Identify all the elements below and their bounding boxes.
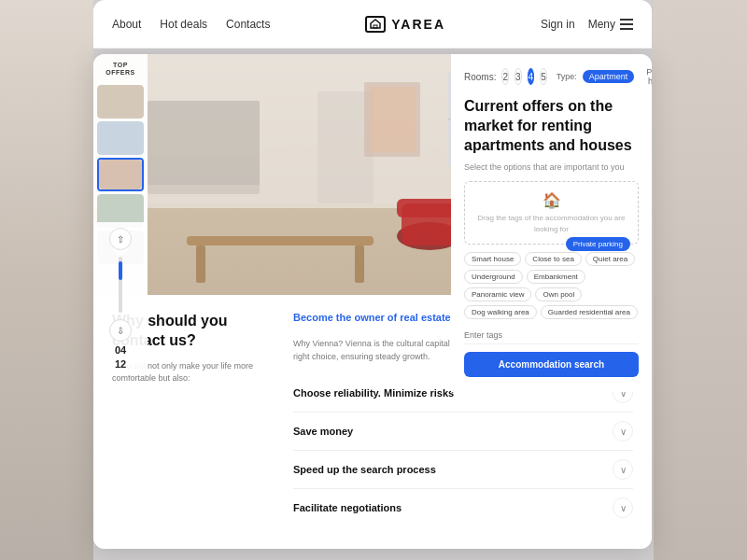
- accordion-chevron-save-money: ∨: [613, 421, 633, 441]
- room-num-3[interactable]: 3: [514, 68, 522, 85]
- tag-guarded-residential-area[interactable]: Guarded residential area: [541, 305, 638, 319]
- logo: YAREA: [270, 16, 541, 33]
- tag-input[interactable]: [464, 327, 639, 344]
- slider-up-btn[interactable]: ⇧: [109, 228, 132, 250]
- navbar-right: Sign in Meny: [541, 18, 633, 31]
- accordion-item-facilitate[interactable]: Facilitate negotiations∨: [293, 489, 633, 526]
- svg-rect-4: [148, 157, 260, 194]
- drop-zone-icon: 🏠: [472, 191, 630, 209]
- panel-title: Current offers on the market for renting…: [464, 97, 639, 155]
- logo-text: YAREA: [391, 17, 445, 32]
- tag-embankment[interactable]: Embankment: [527, 270, 585, 284]
- accordion-label-facilitate: Facilitate negotiations: [293, 502, 402, 513]
- nav-contacts[interactable]: Contacts: [226, 18, 270, 31]
- accordion-item-speed-up[interactable]: Speed up the search process∨: [293, 451, 633, 489]
- slider-down-btn[interactable]: ⇩: [109, 319, 132, 342]
- room-num-4[interactable]: 4: [528, 68, 535, 85]
- slider-track: [119, 257, 122, 313]
- tag-own-pool[interactable]: Own pool: [535, 287, 582, 301]
- accordion-item-save-money[interactable]: Save money∨: [293, 413, 633, 451]
- tag-dog-walking-area[interactable]: Dog walking area: [464, 305, 537, 319]
- room-num-2[interactable]: 2: [501, 68, 509, 85]
- tag-panoramic-view[interactable]: Panoramic view: [464, 287, 531, 301]
- slider-thumb: [119, 261, 122, 280]
- meny-label: Meny: [588, 18, 615, 31]
- main-card: TOPOFFERS ▶ ⇧ ⇩ 04 12 Rooms: 2 3 4 5 Typ…: [93, 54, 652, 549]
- bg-right: [654, 0, 747, 560]
- nav-links: About Hot deals Contacts: [112, 18, 270, 31]
- tags-grid: Smart houseClose to seaQuiet areaUndergr…: [464, 252, 639, 319]
- navbar: About Hot deals Contacts YAREA Sign in M…: [93, 0, 652, 49]
- accordion-chevron-facilitate: ∨: [613, 497, 633, 518]
- offer-thumb-1[interactable]: [97, 121, 144, 155]
- room-num-5[interactable]: 5: [540, 68, 547, 85]
- nav-about[interactable]: About: [112, 18, 141, 31]
- panel-subtitle: Select the options that are important to…: [464, 162, 639, 172]
- slider-top-number: 04: [115, 344, 126, 356]
- bg-left: [0, 0, 93, 560]
- top-offers-label: TOPOFFERS: [97, 62, 144, 77]
- rooms-row: Rooms: 2 3 4 5 Type: Apartment Private h…: [464, 65, 639, 88]
- rooms-label: Rooms:: [464, 72, 496, 82]
- offer-thumb-0[interactable]: [97, 85, 144, 119]
- meny-button[interactable]: Meny: [588, 18, 633, 31]
- type-house-btn[interactable]: Private house: [640, 65, 652, 88]
- svg-rect-0: [374, 25, 377, 28]
- tag-quiet-area[interactable]: Quiet area: [585, 252, 635, 266]
- private-parking-badge: Private parking: [566, 237, 630, 251]
- tag-underground[interactable]: Underground: [464, 270, 523, 284]
- type-apartment-btn[interactable]: Apartment: [583, 70, 635, 83]
- svg-rect-18: [369, 87, 416, 152]
- type-label: Type:: [557, 72, 577, 81]
- drop-zone-text: Drag the tags of the accommodation you a…: [472, 213, 630, 233]
- accordion-label-speed-up: Speed up the search process: [293, 464, 436, 475]
- logo-icon: [365, 16, 386, 33]
- drop-zone[interactable]: 🏠 Drag the tags of the accommodation you…: [464, 181, 639, 244]
- accordion-label-reliability: Choose reliability. Minimize risks: [293, 387, 454, 399]
- svg-rect-10: [196, 245, 205, 283]
- right-panel: Rooms: 2 3 4 5 Type: Apartment Private h…: [451, 54, 652, 392]
- tag-close-to-sea[interactable]: Close to sea: [525, 252, 581, 266]
- svg-rect-9: [187, 236, 374, 245]
- tag-smart-house[interactable]: Smart house: [464, 252, 521, 266]
- sign-in-link[interactable]: Sign in: [541, 18, 575, 31]
- slider-bottom-number: 12: [115, 358, 126, 370]
- accordion: Choose reliability. Minimize risks∨Save …: [293, 374, 633, 526]
- slider-controls: ⇧ ⇩ 04 12: [93, 222, 148, 375]
- svg-rect-11: [355, 245, 364, 283]
- accordion-chevron-speed-up: ∨: [613, 459, 633, 480]
- accordion-label-save-money: Save money: [293, 426, 353, 437]
- nav-hot-deals[interactable]: Hot deals: [160, 18, 207, 31]
- search-button[interactable]: Accommodation search: [464, 352, 639, 377]
- hamburger-icon: [620, 19, 633, 30]
- offer-thumb-2[interactable]: [97, 158, 144, 191]
